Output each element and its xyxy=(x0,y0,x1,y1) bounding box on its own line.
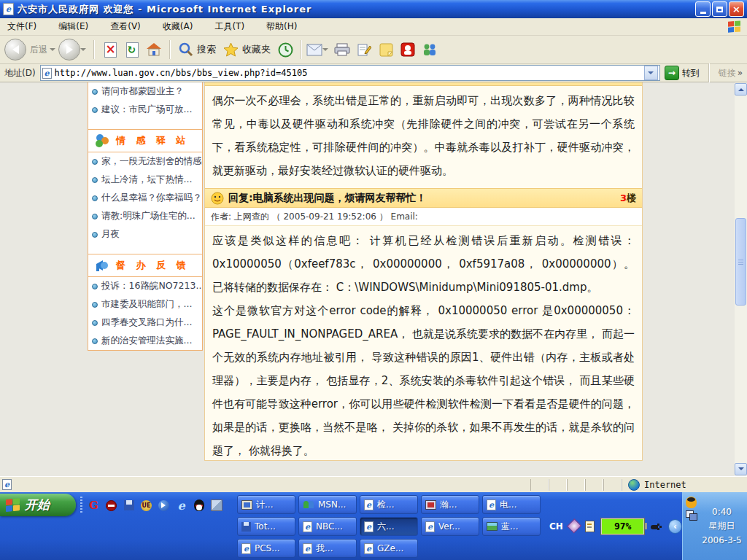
qq-toolbar-button[interactable] xyxy=(399,41,417,58)
messenger-button[interactable] xyxy=(421,41,438,58)
back-button[interactable]: 后退 xyxy=(4,39,55,61)
close-button[interactable]: × xyxy=(729,1,744,17)
zone-label: Internet xyxy=(644,480,686,490)
restore-button[interactable] xyxy=(712,1,727,17)
taskbar-button[interactable]: GZe... xyxy=(360,539,418,558)
mail-icon xyxy=(306,44,322,56)
back-dropdown-icon[interactable] xyxy=(50,48,55,54)
menu-file[interactable]: 文件(F) xyxy=(6,19,38,34)
ie-window-icon xyxy=(3,3,14,15)
menu-tools[interactable]: 工具(T) xyxy=(213,19,246,34)
sidebar-section-emotion: 情 感 驿 站 xyxy=(88,129,202,152)
monitor-icon xyxy=(425,500,436,510)
sidebar-link[interactable]: 96333，我举报！ xyxy=(88,350,202,351)
ie-page-icon xyxy=(364,543,374,554)
scroll-down-button[interactable] xyxy=(735,463,747,475)
address-input[interactable]: http://www.luan.gov.cn/bbs/bbs_view.php?… xyxy=(40,65,660,81)
taskbar-button[interactable]: 我... xyxy=(298,539,357,558)
sidebar-link-label: 请教:明珠广场住宅的... xyxy=(101,210,196,222)
quicklaunch-g-app-icon[interactable]: G xyxy=(88,499,100,512)
tray-collapse-icon[interactable]: ‹ xyxy=(668,519,682,534)
scrollbar-thumb[interactable] xyxy=(735,218,746,306)
minimize-button[interactable] xyxy=(695,1,711,17)
refresh-button[interactable] xyxy=(123,41,141,58)
taskbar-button[interactable]: PCS... xyxy=(237,539,295,558)
sidebar-link[interactable]: 家，一段无法割舍的情感 xyxy=(88,152,202,171)
sidebar-link[interactable]: 请问市都蒙园业主？ xyxy=(88,82,202,101)
sidebar-link[interactable]: 投诉：16路皖NO7213... xyxy=(88,277,202,295)
quicklaunch-ie-icon[interactable]: e xyxy=(175,499,187,512)
scroll-up-button[interactable] xyxy=(735,83,747,96)
history-button[interactable] xyxy=(276,41,294,58)
quicklaunch-app-icon[interactable] xyxy=(210,499,222,512)
taskbar-button[interactable]: 瀚... xyxy=(421,495,479,514)
forward-dropdown-icon[interactable] xyxy=(80,48,86,54)
search-button[interactable]: 搜索 xyxy=(179,42,216,57)
sidebar-link[interactable]: 坛上冷清，坛下热情... xyxy=(88,171,202,189)
mail-button[interactable] xyxy=(306,44,328,56)
links-chevron-icon[interactable]: » xyxy=(738,68,743,78)
taskbar-button[interactable]: 蓝... xyxy=(482,517,541,536)
address-bar: 地址(D) http://www.luan.gov.cn/bbs/bbs_vie… xyxy=(0,64,747,82)
quicklaunch-ultraedit-icon[interactable]: UE xyxy=(140,499,152,512)
network-tray-icon[interactable] xyxy=(686,510,697,520)
taskbar-button[interactable]: NBC... xyxy=(298,517,357,536)
favorites-label: 收藏夹 xyxy=(242,43,271,56)
edit-button[interactable] xyxy=(355,41,373,58)
start-button[interactable]: 开始 xyxy=(0,494,76,516)
address-dropdown-button[interactable] xyxy=(644,66,658,80)
print-button[interactable] xyxy=(333,41,351,58)
sidebar-link-label: 什么是幸福？你幸福吗？ xyxy=(101,192,202,204)
sidebar-link[interactable]: 新的治安管理法实施... xyxy=(88,332,202,350)
battery-indicator[interactable]: 97% xyxy=(600,518,645,535)
windows-logo-icon xyxy=(728,20,741,33)
menu-favorites[interactable]: 收藏(A) xyxy=(161,19,195,34)
taskbar-button[interactable]: 检... xyxy=(360,495,418,514)
notes-button[interactable] xyxy=(377,41,395,58)
sidebar-link[interactable]: 市建委及职能部门，... xyxy=(88,295,202,314)
tray-app-icon[interactable] xyxy=(585,521,595,532)
quicklaunch-floppy-icon[interactable] xyxy=(123,499,135,512)
taskbar-button[interactable]: MSN... xyxy=(298,495,357,514)
sidebar-link[interactable]: 什么是幸福？你幸福吗？ xyxy=(88,189,202,207)
ie-page-icon xyxy=(425,521,435,532)
links-label[interactable]: 链接 xyxy=(719,67,736,79)
quicklaunch-qq-icon[interactable] xyxy=(193,499,205,512)
bullet-icon xyxy=(92,232,98,238)
menu-help[interactable]: 帮助(H) xyxy=(265,19,298,34)
favorites-button[interactable]: 收藏夹 xyxy=(223,42,271,57)
sidebar-link-label: 建议：市民广场可放... xyxy=(101,104,192,116)
taskbar-button-active[interactable]: 六... xyxy=(360,517,418,536)
forward-button[interactable] xyxy=(58,39,86,61)
bullet-icon xyxy=(92,214,98,219)
menu-view[interactable]: 查看(V) xyxy=(109,19,142,34)
sidebar-link[interactable]: 请教:明珠广场住宅的... xyxy=(88,207,202,225)
taskbar-button[interactable]: 电... xyxy=(482,495,541,514)
taskbar-button[interactable]: 计... xyxy=(237,495,295,514)
home-button[interactable] xyxy=(145,41,163,58)
language-indicator[interactable]: CH xyxy=(549,521,563,532)
quicklaunch-stop-app-icon[interactable] xyxy=(105,499,117,512)
sidebar-link[interactable]: 月夜 xyxy=(88,225,202,244)
vertical-scrollbar[interactable] xyxy=(735,82,747,476)
qq-tray-icon[interactable] xyxy=(686,497,697,508)
go-button[interactable]: → 转到 xyxy=(665,66,700,80)
quicklaunch-media-player-icon[interactable] xyxy=(158,499,170,512)
ie-page-icon xyxy=(303,543,312,554)
sidebar-link[interactable]: 建议：市民广场可放... xyxy=(88,101,202,119)
sidebar-link[interactable]: 四季春交叉路口为什... xyxy=(88,314,202,332)
ime-diamond-icon[interactable] xyxy=(567,518,582,534)
stop-button[interactable] xyxy=(101,41,119,58)
bullet-icon xyxy=(92,177,98,183)
power-plug-icon[interactable] xyxy=(651,522,662,531)
smiley-icon xyxy=(211,192,224,205)
mail-dropdown-icon[interactable] xyxy=(322,48,328,54)
sidebar-link-label: 市建委及职能部门，... xyxy=(101,298,192,311)
menu-edit[interactable]: 编辑(E) xyxy=(57,19,90,34)
bullet-icon xyxy=(92,320,98,326)
taskbar-button[interactable]: Tot... xyxy=(237,517,295,536)
sidebar-link-label: 新的治安管理法实施... xyxy=(101,335,192,347)
status-cell xyxy=(603,479,622,491)
taskbar-button[interactable]: Ver... xyxy=(421,517,479,536)
quicklaunch-separator[interactable] xyxy=(80,497,82,514)
